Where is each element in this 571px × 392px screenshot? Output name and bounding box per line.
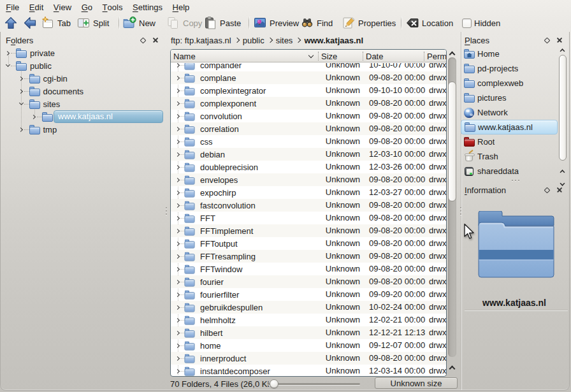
place-item[interactable]: pd-projects (461, 61, 558, 76)
close-panel-icon[interactable] (152, 37, 159, 43)
place-item[interactable]: www.katjaas.nl (461, 120, 558, 134)
menu-help[interactable]: Help (168, 0, 194, 14)
breadcrumb-sites[interactable]: sites (276, 36, 293, 45)
file-row[interactable]: envelopes Unknown 09-08-20 00:00 drwxr (171, 173, 446, 186)
breadcrumb-current[interactable]: www.katjaas.nl (304, 36, 363, 45)
folder-tree-item[interactable]: www.katjaas.nl (31, 110, 163, 123)
menu-tools[interactable]: Tools (98, 0, 127, 14)
expander-icon[interactable] (175, 190, 181, 196)
scrollbar-thumb[interactable] (448, 82, 456, 201)
expander-icon[interactable] (175, 75, 181, 81)
expander-icon[interactable] (175, 228, 181, 234)
splitter-handle[interactable] (166, 207, 168, 215)
float-panel-icon[interactable] (544, 37, 551, 43)
expander-icon[interactable] (175, 63, 181, 68)
file-row[interactable]: fourierfilter Unknown 09-09-20 00:00 drw… (171, 288, 446, 301)
file-row[interactable]: instantdecomposer Unknown 12-03-14 00:00… (171, 365, 446, 377)
expander-icon[interactable] (175, 368, 181, 374)
expander-icon[interactable] (175, 139, 181, 145)
file-row[interactable]: expochirp Unknown 12-03-27 00:00 drwxr (171, 186, 446, 199)
file-row[interactable]: debian Unknown 12-03-10 00:00 drwxr (171, 148, 446, 161)
folder-tree-item[interactable]: sites (18, 98, 63, 110)
properties-button[interactable]: Properties (342, 14, 396, 32)
breadcrumb-public[interactable]: public (243, 36, 264, 45)
file-row[interactable]: doubleprecision Unknown 12-03-26 00:00 d… (171, 161, 446, 173)
file-row[interactable]: complexponent Unknown 09-08-20 00:00 drw… (171, 97, 446, 110)
expander-icon[interactable] (175, 215, 181, 221)
expander-icon[interactable] (175, 279, 181, 285)
folder-tree-item[interactable]: public (5, 59, 54, 72)
expander-icon[interactable] (175, 356, 181, 361)
expander-icon[interactable] (18, 127, 24, 133)
new-tab-button[interactable]: Tab (41, 14, 71, 32)
file-row[interactable]: fastconvolution Unknown 09-08-20 00:00 d… (171, 199, 446, 212)
close-panel-icon[interactable] (556, 37, 563, 43)
splitter-handle[interactable] (512, 180, 519, 182)
expander-icon[interactable] (175, 330, 181, 336)
menu-file[interactable]: File (1, 0, 25, 14)
expander-icon[interactable] (175, 164, 181, 170)
expander-icon[interactable] (5, 63, 11, 69)
file-row[interactable]: convolution Unknown 09-08-20 00:00 drwxr (171, 110, 446, 122)
file-row[interactable]: complane Unknown 09-08-20 00:00 drwxr (171, 71, 446, 84)
expander-icon[interactable] (175, 241, 181, 247)
expander-icon[interactable] (175, 88, 181, 94)
column-header-date[interactable]: Date (366, 50, 421, 62)
expander-icon[interactable] (5, 50, 11, 56)
place-item[interactable]: complexweb (461, 76, 558, 91)
zoom-slider[interactable] (268, 377, 363, 391)
expander-icon[interactable] (175, 317, 181, 323)
hidden-checkbox[interactable] (462, 18, 472, 28)
expander-icon[interactable] (175, 292, 181, 298)
location-button[interactable]: Location (405, 14, 453, 32)
float-panel-icon[interactable] (140, 37, 147, 43)
folder-tree-item[interactable]: private (5, 47, 57, 59)
expander-icon[interactable] (175, 266, 181, 272)
expander-icon[interactable] (175, 254, 181, 259)
folder-tree-item[interactable]: cgi-bin (18, 72, 70, 85)
file-row[interactable]: correlation Unknown 09-08-20 00:00 drwxr (171, 122, 446, 135)
expander-icon[interactable] (175, 203, 181, 208)
up-button[interactable] (4, 14, 18, 32)
scroll-up-icon[interactable] (559, 169, 567, 174)
menu-view[interactable]: View (48, 0, 76, 14)
expander-icon[interactable] (175, 101, 181, 106)
file-row[interactable]: FFT Unknown 09-08-20 00:00 drwxr (171, 212, 446, 224)
preview-button[interactable]: Preview (253, 14, 299, 32)
column-header-size[interactable]: Size (321, 50, 359, 62)
file-row[interactable]: compander Unknown 10-10-07 00:00 drwxr (171, 63, 446, 71)
expander-icon[interactable] (175, 152, 181, 157)
file-row[interactable]: complexintegrator Unknown 09-10-10 00:00… (171, 84, 446, 97)
breadcrumb-root[interactable]: ftp: ftp.katjaas.nl (171, 36, 231, 45)
expander-icon[interactable] (175, 343, 181, 349)
expander-icon[interactable] (18, 101, 24, 107)
expander-icon[interactable] (175, 177, 181, 183)
file-row[interactable]: css Unknown 09-08-20 00:00 drwxr (171, 135, 446, 148)
menu-edit[interactable]: Edit (24, 0, 48, 14)
place-item[interactable]: Trash (461, 149, 558, 164)
file-row[interactable]: helmholtz Unknown 12-02-21 00:00 drwxr (171, 314, 446, 326)
place-item[interactable]: Network (461, 105, 558, 120)
column-header-name[interactable]: Name (173, 50, 307, 62)
place-item[interactable]: pictures (461, 91, 558, 105)
zoom-slider-track[interactable] (268, 383, 360, 385)
folder-tree-item[interactable]: tmp (18, 123, 60, 136)
place-item[interactable]: shareddata (461, 164, 558, 178)
place-item[interactable]: Home (461, 47, 558, 61)
file-row[interactable]: FFTresampling Unknown 09-08-20 00:00 drw… (171, 250, 446, 263)
split-button[interactable]: Split (76, 14, 109, 32)
menu-settings[interactable]: Settings (127, 0, 168, 14)
column-header-permissions[interactable]: Permissions (427, 50, 447, 62)
new-button[interactable]: New (122, 14, 155, 32)
expander-icon[interactable] (175, 113, 181, 119)
file-row[interactable]: FFTimplement Unknown 09-08-20 00:00 drwx… (171, 224, 446, 237)
zoom-slider-knob[interactable] (270, 379, 278, 388)
expander-icon[interactable] (175, 305, 181, 310)
scroll-up-icon[interactable] (447, 50, 457, 57)
float-panel-icon[interactable] (544, 187, 551, 193)
scroll-up-icon[interactable] (559, 48, 567, 53)
file-row[interactable]: gebruikdespullen Unknown 10-02-24 00:00 … (171, 301, 446, 314)
close-panel-icon[interactable] (556, 187, 563, 193)
scroll-up-icon[interactable] (447, 365, 457, 371)
file-row[interactable]: fourier Unknown 09-08-20 00:00 drwxr (171, 275, 446, 288)
